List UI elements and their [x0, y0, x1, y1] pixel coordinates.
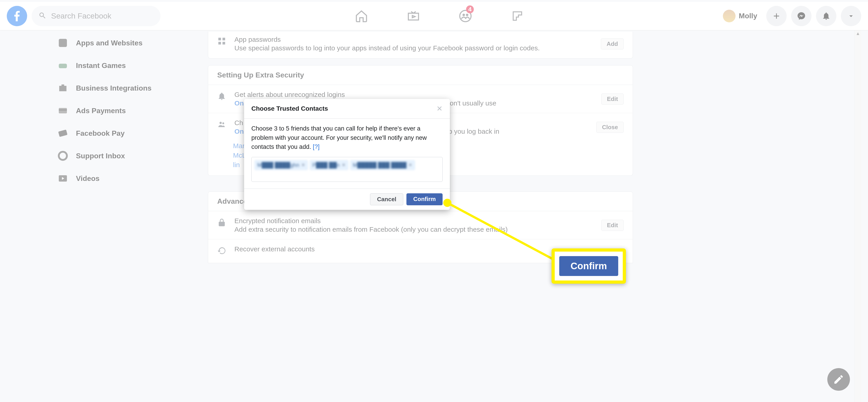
- remove-icon[interactable]: ✕: [301, 162, 305, 168]
- modal-title: Choose Trusted Contacts: [251, 105, 328, 112]
- cancel-button[interactable]: Cancel: [370, 193, 403, 205]
- help-link[interactable]: [?]: [313, 143, 320, 150]
- trusted-contacts-modal: Choose Trusted Contacts ✕ Choose 3 to 5 …: [244, 99, 450, 210]
- remove-icon[interactable]: ✕: [408, 162, 412, 168]
- modal-body-text: Choose 3 to 5 friends that you can call …: [251, 124, 442, 152]
- contact-chip[interactable]: M███ ████ghn✕: [255, 160, 308, 170]
- confirm-button[interactable]: Confirm: [406, 193, 442, 205]
- contacts-input[interactable]: M███ ████ghn✕ P███ ██n✕ M█████ ███ ████✕: [251, 157, 442, 182]
- contact-chip[interactable]: P███ ██n✕: [310, 160, 348, 170]
- callout-highlight: Confirm: [552, 248, 626, 284]
- remove-icon[interactable]: ✕: [342, 162, 346, 168]
- contact-chip[interactable]: M█████ ███ ████✕: [350, 160, 415, 170]
- close-icon[interactable]: ✕: [436, 104, 442, 113]
- confirm-button-callout: Confirm: [559, 256, 618, 276]
